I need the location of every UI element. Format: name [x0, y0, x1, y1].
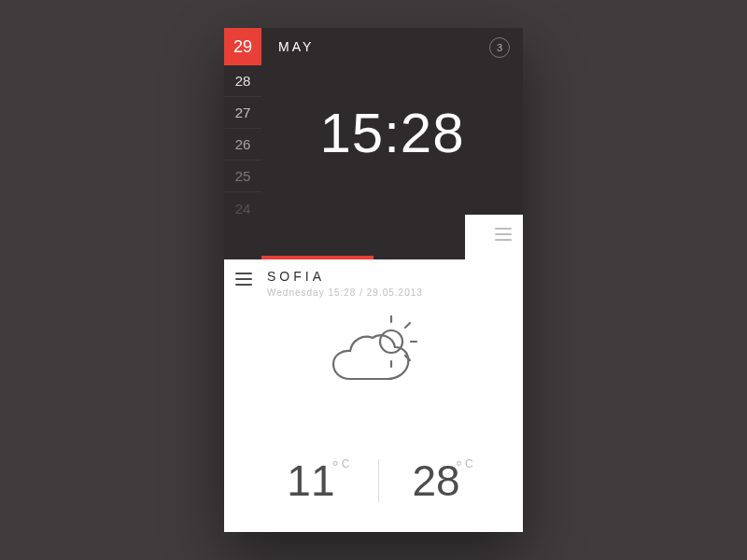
date-strip: 29 28 27 26 25 24 [224, 28, 261, 224]
selected-day[interactable]: 29 [224, 28, 261, 65]
datetime-label: Wednesday 15:28 / 29.05.2013 [267, 287, 423, 298]
svg-point-0 [380, 330, 402, 353]
month-label: MAY [278, 39, 314, 54]
day-item[interactable]: 27 [224, 97, 261, 129]
phone-screen: 29 28 27 26 25 24 MAY 3 15:28 SOFIA Wedn… [224, 28, 523, 532]
notification-badge[interactable]: 3 [489, 37, 510, 58]
svg-line-3 [405, 323, 410, 328]
menu-icon[interactable] [235, 273, 252, 289]
menu-icon[interactable] [495, 228, 512, 245]
clock-time: 15:28 [261, 101, 523, 165]
high-temperature: 28°C [403, 455, 470, 506]
temp-divider [378, 459, 379, 502]
high-temp-value: 28 [413, 456, 460, 505]
weather-panel: SOFIA Wednesday 15:28 / 29.05.2013 11°C [224, 259, 523, 532]
temperature-row: 11°C 28°C [224, 448, 523, 513]
low-temperature: 11°C [277, 455, 344, 506]
panel-tab [465, 215, 523, 259]
weather-icon [224, 315, 523, 403]
day-item[interactable]: 25 [224, 161, 261, 192]
day-item[interactable]: 26 [224, 129, 261, 161]
city-label: SOFIA [267, 269, 325, 284]
low-temp-value: 11 [287, 456, 334, 505]
temp-unit: C [465, 457, 473, 470]
temp-unit: C [342, 457, 350, 470]
day-item[interactable]: 24 [224, 192, 261, 224]
day-item[interactable]: 28 [224, 65, 261, 97]
